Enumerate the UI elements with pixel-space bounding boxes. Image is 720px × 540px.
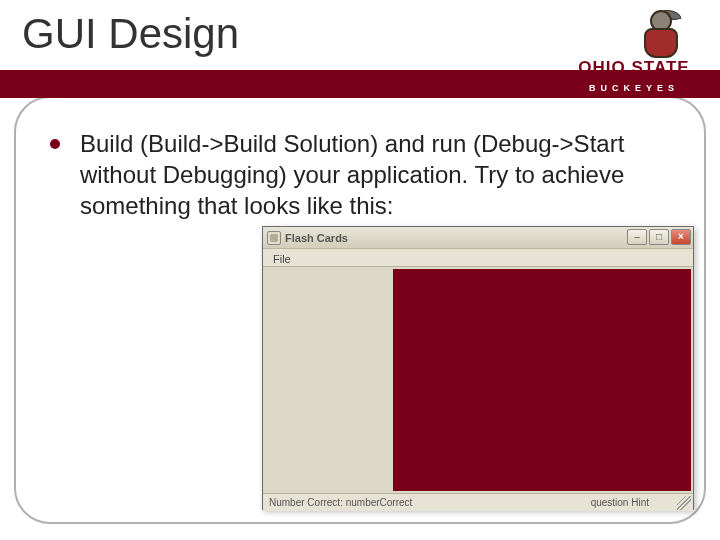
bullet-dot-icon	[50, 139, 60, 149]
titlebar[interactable]: Flash Cards – □ ×	[263, 227, 693, 249]
menubar: File	[263, 249, 693, 267]
maximize-button[interactable]: □	[649, 229, 669, 245]
logo-text-ohio-state: OHIO STATE	[574, 58, 694, 78]
bullet-item: Build (Build->Build Solution) and run (D…	[50, 128, 690, 222]
app-icon	[267, 231, 281, 245]
resize-grip-icon[interactable]	[677, 496, 691, 510]
minimize-button[interactable]: –	[627, 229, 647, 245]
statusbar: Number Correct: numberCorrect question H…	[263, 493, 693, 511]
menu-file[interactable]: File	[269, 250, 295, 268]
right-panel	[393, 269, 691, 491]
flash-cards-window: Flash Cards – □ × File Number Correct: n…	[262, 226, 694, 510]
window-title: Flash Cards	[285, 232, 348, 244]
left-panel	[267, 269, 391, 491]
slide-title: GUI Design	[22, 10, 245, 58]
bullet-text: Build (Build->Build Solution) and run (D…	[80, 128, 640, 222]
close-button[interactable]: ×	[671, 229, 691, 245]
brutus-buckeye-icon	[634, 6, 688, 60]
status-left: Number Correct: numberCorrect	[269, 497, 412, 508]
logo-text-buckeyes: BUCKEYES	[576, 80, 692, 96]
status-right: question Hint	[591, 497, 649, 508]
client-area	[263, 267, 693, 493]
slide-content: Build (Build->Build Solution) and run (D…	[50, 128, 690, 222]
ohio-state-logo: OHIO STATE BUCKEYES	[574, 6, 694, 100]
